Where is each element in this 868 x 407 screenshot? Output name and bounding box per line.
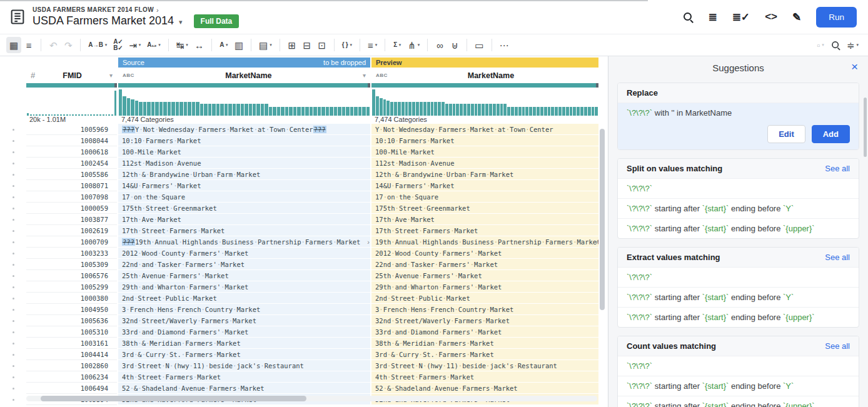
count-values-button[interactable]: A₁₂▾ — [144, 37, 163, 53]
suggestion-item[interactable]: `\?\?\?` starting after `{start}` ending… — [618, 287, 859, 307]
comment-button[interactable]: ▭ — [472, 37, 487, 53]
see-all-link[interactable]: See all — [825, 253, 850, 262]
suggestion-item[interactable]: `\?\?\?` starting after `{start}` ending… — [618, 218, 859, 238]
suggestion-item[interactable]: `\?\?\?` starting after `{start}` ending… — [618, 376, 859, 396]
panel-scrollbar[interactable] — [864, 98, 867, 157]
manage-rows-button[interactable]: ▤▾ — [256, 37, 275, 53]
replace-values-button[interactable]: A→B▾ — [85, 37, 110, 53]
marketname-preview-cell[interactable]: 17th·Ave·Market — [371, 214, 598, 225]
fmid-cell[interactable]: 1002860 — [26, 360, 117, 371]
row-handle[interactable] — [0, 259, 26, 270]
marketname-source-cell[interactable]: 4th·Street·Farmers·Market — [118, 371, 370, 383]
column-menu-caret-icon[interactable]: ▾ — [363, 72, 366, 79]
fmid-cell[interactable]: 1003161 — [26, 338, 117, 349]
row-handle[interactable] — [0, 360, 26, 371]
breadcrumb[interactable]: USDA FARMERS MARKET 2014 FLOW › — [33, 6, 239, 14]
row-handle[interactable] — [0, 146, 26, 158]
fmid-cell[interactable]: 1003233 — [26, 248, 117, 259]
split-column-button[interactable]: ↹▾ — [173, 37, 191, 53]
marketname-preview-cell[interactable]: 33rd·and·Diamond·Farmers'·Market — [371, 326, 598, 338]
row-handle[interactable] — [0, 158, 26, 169]
marketname-source-cell[interactable]: 2012·Wood·County·Farmers'·Market — [118, 248, 370, 259]
nest-unnest-button[interactable]: { }▾ — [339, 37, 355, 53]
marketname-source-cell[interactable]: 52·&·Shadeland·Avenue·Farmers·Market — [118, 383, 370, 394]
row-handle[interactable] — [0, 394, 26, 405]
marketname-preview-cell[interactable]: 2nd·Street·Public·Market — [371, 293, 598, 304]
fmid-cell[interactable]: 1005310 — [26, 326, 117, 338]
marketname-source-cell[interactable]: 17th·Ave·Market — [118, 214, 370, 225]
quality-bar-marketname-source[interactable] — [118, 83, 370, 88]
marketname-preview-cell[interactable]: 38th·&·Meridian·Farmers·Market — [371, 338, 598, 349]
marketname-source-cell[interactable]: 38th·&·Meridian·Farmers·Market — [118, 338, 370, 349]
marketname-source-cell[interactable]: 33rd·and·Diamond·Farmers'·Market — [118, 326, 370, 338]
fmid-cell[interactable]: 1006576 — [26, 270, 117, 281]
steps-check-button[interactable]: ≣✓ — [732, 11, 750, 24]
marketname-preview-cell[interactable]: 3rd·Street·N·(hwy·11)·beside·jack's·Rest… — [371, 360, 598, 371]
see-all-link[interactable]: See all — [825, 341, 850, 351]
close-icon[interactable]: × — [851, 61, 858, 73]
column-header-fmid[interactable]: # FMID ▾ — [26, 68, 117, 83]
suggestion-item[interactable]: `\?\?\?` with '' in MarketNameEditAdd — [618, 103, 859, 149]
run-button[interactable]: Run — [816, 7, 857, 28]
row-handle[interactable] — [0, 338, 26, 349]
row-handle[interactable] — [0, 371, 26, 383]
marketname-source-cell[interactable]: 22nd·and·Tasker·Farmers'·Market — [118, 259, 370, 270]
fmid-histogram[interactable] — [26, 88, 117, 116]
edit-button[interactable]: Edit — [767, 125, 805, 143]
new-column-button[interactable]: ▥ — [231, 37, 246, 53]
column-header-marketname-source[interactable]: ABC MarketName ▾ — [118, 68, 370, 83]
marketname-preview-cell[interactable]: 25th·Avenue·Farmers'·Market — [371, 270, 598, 281]
transpose-table-button[interactable]: ⊡ — [315, 37, 330, 53]
find-in-data-button[interactable] — [828, 37, 844, 53]
list-view-button[interactable]: ≡ — [21, 37, 36, 53]
marketname-preview-cell[interactable]: 29th·and·Wharton·Farmers'·Market — [371, 281, 598, 293]
fmid-cell[interactable]: 1008071 — [26, 180, 117, 191]
row-handle[interactable] — [0, 270, 26, 281]
fmid-cell[interactable]: 1000059 — [26, 203, 117, 214]
marketname-source-cell[interactable]: 14&U·Farmers'·Market — [118, 180, 370, 191]
fmid-cell[interactable]: 1004414 — [26, 349, 117, 360]
pivot-table-button[interactable]: ⊞ — [285, 37, 300, 53]
row-handle[interactable] — [0, 248, 26, 259]
marketname-preview-cell[interactable]: 52·&·Shadeland·Avenue·Farmers·Market — [371, 383, 598, 394]
marketname-preview-cell[interactable]: 12th·&·Brandywine·Urban·Farm·Market — [371, 169, 598, 180]
marketname-source-cell[interactable]: 17·on·the·Square — [118, 191, 370, 203]
unpivot-table-button[interactable]: ⊟ — [300, 37, 315, 53]
fmid-cell[interactable]: 1005586 — [26, 169, 117, 180]
more-tools-button[interactable]: ⋯ — [497, 37, 512, 53]
marketname-source-cell[interactable]: 3rd·Street·N·(hwy·11)·beside·jack's·Rest… — [118, 360, 370, 371]
suggestion-item[interactable]: `\?\?\?` starting after `{start}` ending… — [618, 396, 859, 407]
marketname-source-cell[interactable]: 100-Mile·Market — [118, 146, 370, 158]
marketname-source-cell[interactable]: 112st·Madison·Avenue — [118, 158, 370, 169]
fmid-cell[interactable]: 1000380 — [26, 293, 117, 304]
row-handle[interactable] — [0, 169, 26, 180]
row-handle[interactable] — [0, 315, 26, 326]
view-settings-button[interactable]: ≑▾ — [844, 37, 862, 53]
row-handle[interactable] — [0, 135, 26, 146]
row-handle[interactable] — [0, 326, 26, 338]
standardize-values-button[interactable]: A✓ B✓ — [110, 37, 126, 53]
marketname-source-cell[interactable]: 17th·Street·Farmers·Market — [118, 225, 370, 236]
row-handle[interactable] — [0, 281, 26, 293]
row-handle[interactable] — [0, 349, 26, 360]
marketname-preview-cell[interactable]: 175th·Street·Greenmarket — [371, 203, 598, 214]
marketname-preview-cell[interactable]: 10:10·Farmers·Market — [371, 135, 598, 146]
marketname-source-cell[interactable]: ???Y·Not·Wednesday·Farmers·Market·at·Tow… — [118, 124, 370, 135]
fmid-cell[interactable]: 1005969 — [26, 124, 117, 135]
marketname-preview-cell[interactable]: 3·French·Hens·French·Country·Market — [371, 304, 598, 315]
marketname-preview-cell[interactable]: 17th·Street·Farmers·Market — [371, 225, 598, 236]
fmid-cell[interactable]: 1006494 — [26, 383, 117, 394]
fmid-cell[interactable]: 1005299 — [26, 281, 117, 293]
marketname-preview-cell[interactable]: Y·Not·Wednesday·Farmers·Market·at·Town·C… — [371, 124, 598, 135]
marketname-preview-histogram[interactable] — [371, 88, 598, 116]
suggestion-item[interactable]: `\?\?\?` — [618, 267, 859, 287]
marketname-preview-cell[interactable]: 2012·Wood·County·Farmers'·Market — [371, 248, 598, 259]
row-handle[interactable] — [0, 124, 26, 135]
see-all-link[interactable]: See all — [825, 164, 850, 173]
format-text-button[interactable]: A▾ — [216, 37, 231, 53]
marketname-source-cell[interactable]: 175th·Street·Greenmarket — [118, 203, 370, 214]
fmid-cell[interactable]: 1002619 — [26, 225, 117, 236]
add-button[interactable]: Add — [812, 125, 850, 143]
fmid-cell[interactable]: 1002454 — [26, 158, 117, 169]
recipe-list-button[interactable]: ≣ — [708, 11, 717, 24]
